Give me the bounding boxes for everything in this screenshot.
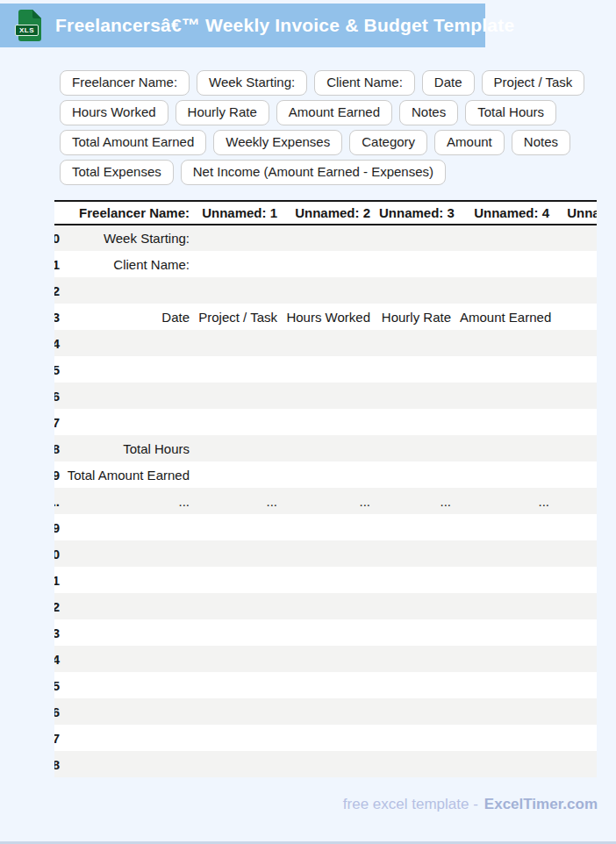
cell — [379, 567, 460, 593]
cell — [286, 751, 379, 777]
xls-icon-label: XLS — [15, 25, 39, 36]
cell: Total Hours — [60, 435, 198, 461]
table-row: 20 — [54, 540, 597, 567]
table-row: 2 — [54, 277, 597, 304]
cell — [60, 619, 198, 646]
cell — [379, 698, 460, 725]
cell — [286, 698, 379, 725]
cell — [379, 672, 460, 698]
cell — [286, 593, 379, 619]
cell — [558, 698, 597, 725]
cell — [379, 593, 460, 619]
cell — [379, 356, 460, 383]
footer-brand-link[interactable]: ExcelTimer.com — [484, 796, 598, 812]
cell — [460, 225, 558, 251]
chip-9: Total Hours — [465, 100, 556, 125]
cell — [198, 435, 286, 461]
cell: ... — [460, 488, 558, 514]
cell — [198, 251, 286, 277]
table-row: 21 — [54, 567, 597, 593]
table-row: 1Client Name: — [54, 251, 597, 277]
cell — [379, 277, 460, 304]
cell — [198, 672, 286, 698]
chip-16: Net Income (Amount Earned - Expenses) — [181, 160, 446, 185]
cell — [460, 383, 558, 409]
cell: Project / Task — [198, 304, 286, 330]
cell — [60, 567, 198, 593]
table-row: 4 — [54, 330, 597, 356]
cell — [460, 751, 558, 777]
cell — [198, 751, 286, 777]
cell: Date — [60, 304, 198, 330]
cell — [558, 225, 597, 251]
cell — [558, 251, 597, 277]
cell — [460, 567, 558, 593]
cell — [460, 646, 558, 672]
cell: ... — [286, 488, 379, 514]
cell — [460, 514, 558, 540]
column-header-3: Unnamed: 3 — [379, 201, 460, 225]
table-row: 7 — [54, 409, 597, 435]
column-header-1: Unnamed: 1 — [198, 201, 286, 225]
cell — [460, 435, 558, 461]
cell — [379, 540, 460, 567]
table-row: 19 — [54, 514, 597, 540]
cell — [198, 646, 286, 672]
cell — [558, 356, 597, 383]
cell — [558, 593, 597, 619]
cell — [558, 383, 597, 409]
cell — [558, 540, 597, 567]
chip-12: Category — [349, 130, 427, 155]
cell — [60, 672, 198, 698]
cell — [286, 646, 379, 672]
cell — [286, 277, 379, 304]
cell — [286, 251, 379, 277]
cell — [558, 672, 597, 698]
table-row: 9Total Amount Earned — [54, 461, 597, 488]
footer-text: free excel template - — [343, 796, 478, 812]
cell — [60, 277, 198, 304]
cell — [379, 646, 460, 672]
cell — [379, 619, 460, 646]
chip-0: Freelancer Name: — [60, 70, 190, 96]
cell — [286, 619, 379, 646]
cell — [558, 567, 597, 593]
chip-2: Client Name: — [314, 70, 415, 96]
page: XLS Freelancersâ€™ Weekly Invoice & Budg… — [0, 0, 616, 844]
cell — [460, 461, 558, 488]
chip-10: Total Amount Earned — [60, 130, 206, 155]
chip-15: Total Expenses — [60, 160, 174, 185]
cell — [198, 356, 286, 383]
cell — [379, 330, 460, 356]
table-row: 25 — [54, 672, 597, 698]
cell — [379, 751, 460, 777]
cell — [558, 330, 597, 356]
cell — [198, 383, 286, 409]
cell — [379, 461, 460, 488]
cell — [379, 435, 460, 461]
chip-8: Notes — [399, 100, 458, 125]
cell: Hourly Rate — [379, 304, 460, 330]
column-header-5: Unnamed: 5 — [558, 201, 597, 225]
chip-7: Amount Earned — [276, 100, 392, 125]
table-row: 26 — [54, 698, 597, 725]
cell — [198, 330, 286, 356]
chip-13: Amount — [434, 130, 505, 155]
cell — [460, 725, 558, 751]
cell — [198, 409, 286, 435]
cell — [379, 383, 460, 409]
table-header-row: Freelancer Name:Unnamed: 1Unnamed: 2Unna… — [54, 201, 597, 225]
cell — [286, 514, 379, 540]
table-row: 5 — [54, 356, 597, 383]
cell — [198, 461, 286, 488]
cell — [460, 409, 558, 435]
cell — [379, 725, 460, 751]
cell — [286, 409, 379, 435]
cell — [460, 540, 558, 567]
cell — [460, 593, 558, 619]
chip-5: Hours Worked — [60, 100, 168, 125]
cell — [286, 540, 379, 567]
cell — [558, 304, 597, 330]
footer: free excel template -ExcelTimer.com — [343, 796, 598, 813]
cell — [198, 540, 286, 567]
